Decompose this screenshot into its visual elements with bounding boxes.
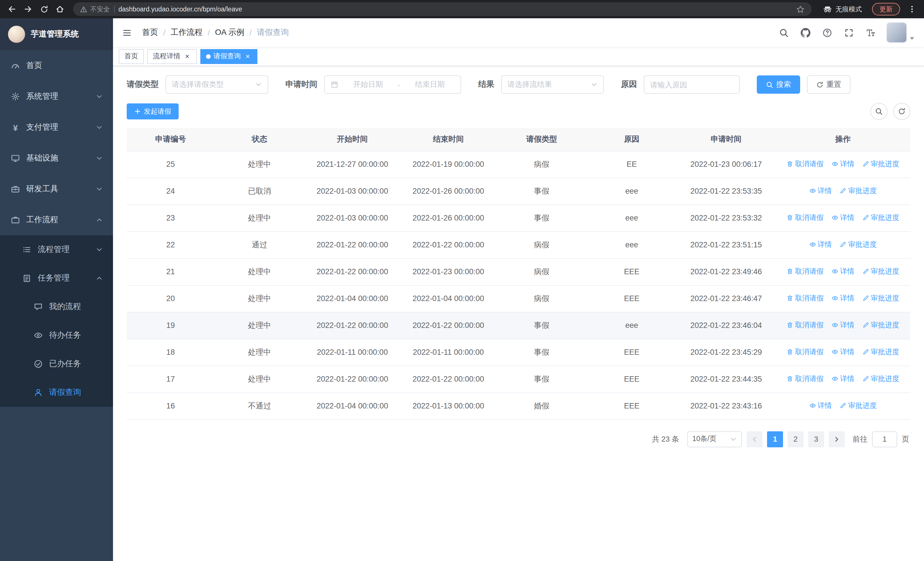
goto-label: 前往 [853,434,867,444]
sidebar-item-system-management[interactable]: 系统管理 [0,81,113,112]
tab-leave-query[interactable]: 请假查询 × [200,49,257,64]
cancel-leave-link[interactable]: 取消请假 [786,213,824,223]
page-size-select[interactable]: 10条/页 [687,431,742,447]
sidebar-item-infrastructure[interactable]: 基础设施 [0,143,113,174]
result-select[interactable]: 请选择流结果 [501,75,604,94]
detail-link[interactable]: 详情 [809,186,832,196]
detail-link[interactable]: 详情 [809,240,832,250]
detail-link[interactable]: 详情 [809,401,832,411]
check-circle-icon [33,359,44,368]
apply-time-range-picker[interactable]: 开始日期 - 结束日期 [324,75,461,94]
cancel-leave-link[interactable]: 取消请假 [786,320,824,330]
update-button[interactable]: 更新 [872,3,900,15]
trash-icon [786,268,793,275]
refresh-table-button[interactable] [893,103,910,120]
detail-link[interactable]: 详情 [831,213,854,223]
browser-forward-button[interactable] [21,2,35,17]
cell-actions: 取消请假 详情 审批进度 [776,312,910,339]
cell-leave-type: 事假 [496,312,587,339]
detail-link[interactable]: 详情 [831,320,854,330]
sidebar-item-done-tasks[interactable]: 已办任务 [0,350,113,378]
help-button[interactable] [818,21,836,44]
cancel-leave-label: 取消请假 [795,267,824,277]
cancel-leave-link[interactable]: 取消请假 [786,267,824,277]
cancel-leave-link[interactable]: 取消请假 [786,374,824,384]
detail-link[interactable]: 详情 [831,294,854,303]
approval-progress-link[interactable]: 审批进度 [862,374,899,384]
goto-page-input[interactable] [872,431,897,447]
chevron-down-icon [96,186,103,193]
reset-button[interactable]: 重置 [807,75,850,94]
approval-progress-link[interactable]: 审批进度 [840,401,877,411]
cancel-leave-link[interactable]: 取消请假 [786,159,824,169]
approval-progress-link[interactable]: 审批进度 [862,267,899,277]
close-icon[interactable]: × [183,52,191,60]
sidebar-item-dev-tools[interactable]: 研发工具 [0,174,113,205]
close-icon[interactable]: × [244,52,252,60]
breadcrumb-item-oa-example[interactable]: OA 示例 [215,27,244,38]
calendar-icon [330,81,339,89]
approval-progress-link[interactable]: 审批进度 [840,186,877,196]
next-page-button[interactable] [829,431,844,447]
cancel-leave-label: 取消请假 [795,213,824,223]
approval-progress-link[interactable]: 审批进度 [862,213,899,223]
approval-progress-link[interactable]: 审批进度 [840,240,877,250]
cancel-leave-link[interactable]: 取消请假 [786,294,824,303]
approval-progress-label: 审批进度 [871,374,899,384]
cell-status: 处理中 [214,339,305,365]
user-menu[interactable] [886,22,915,43]
sidebar-item-leave-query[interactable]: 请假查询 [0,378,113,407]
sidebar-item-task-management[interactable]: 任务管理 [0,264,113,292]
detail-link[interactable]: 详情 [831,374,854,384]
browser-back-button[interactable] [4,2,20,17]
address-bar[interactable]: 不安全 dashboard.yudao.iocoder.cn/bpm/oa/le… [73,2,812,16]
browser-home-button[interactable] [52,2,68,17]
approval-progress-link[interactable]: 审批进度 [862,294,899,303]
cell-actions: 取消请假 详情 审批进度 [776,339,910,365]
sidebar-toggle-button[interactable] [122,28,132,38]
page-button-1[interactable]: 1 [767,431,783,447]
edit-icon [862,215,869,221]
sidebar-item-label: 支付管理 [26,122,58,132]
sidebar-item-home[interactable]: 首页 [0,50,113,81]
toggle-search-button[interactable] [870,103,888,120]
approval-progress-link[interactable]: 审批进度 [862,159,899,169]
pagination-total: 共 23 条 [652,434,679,444]
page-button-2[interactable]: 2 [788,431,804,447]
detail-link[interactable]: 详情 [831,267,854,277]
app-logo[interactable]: 芋道管理系统 [0,18,113,50]
page-button-3[interactable]: 3 [808,431,824,447]
sidebar-item-payment-management[interactable]: ¥ 支付管理 [0,112,113,143]
approval-progress-link[interactable]: 审批进度 [862,320,899,330]
breadcrumb-item-workflow[interactable]: 工作流程 [171,27,202,38]
font-size-button[interactable] [861,21,879,44]
sidebar-item-todo-tasks[interactable]: 待办任务 [0,321,113,350]
tab-home[interactable]: 首页 [119,49,144,64]
cancel-leave-link[interactable]: 取消请假 [786,347,824,357]
browser-reload-button[interactable] [36,2,51,17]
pagination: 共 23 条 10条/页 1 2 3 前往 页 [127,431,910,447]
cell-start-time: 2022-01-22 00:00:00 [304,365,400,393]
create-leave-button[interactable]: 发起请假 [127,104,178,119]
sidebar-item-process-management[interactable]: 流程管理 [0,235,113,264]
github-button[interactable] [796,21,814,44]
leave-type-select[interactable]: 请选择请假类型 [165,75,268,94]
breadcrumb-item-home[interactable]: 首页 [142,27,158,38]
detail-link[interactable]: 详情 [831,159,854,169]
approval-progress-link[interactable]: 审批进度 [862,347,899,357]
security-indicator[interactable]: 不安全 [80,5,110,14]
prev-page-button[interactable] [747,431,762,447]
tab-process-detail[interactable]: 流程详情 × [147,49,197,64]
detail-link[interactable]: 详情 [831,347,854,357]
header-search-button[interactable] [774,21,793,44]
fullscreen-button[interactable] [840,21,858,44]
search-button[interactable]: 搜索 [757,75,800,94]
browser-menu-button[interactable] [904,2,920,17]
table-row: 16 不通过 2022-01-04 00:00:00 2022-01-13 00… [127,393,910,419]
sidebar-item-my-process[interactable]: 我的流程 [0,292,113,321]
reason-input[interactable] [644,75,740,94]
sidebar-item-workflow[interactable]: 工作流程 [0,205,113,235]
user-icon [33,388,44,397]
bookmark-star-icon[interactable] [796,5,805,14]
cell-status: 处理中 [214,205,305,232]
